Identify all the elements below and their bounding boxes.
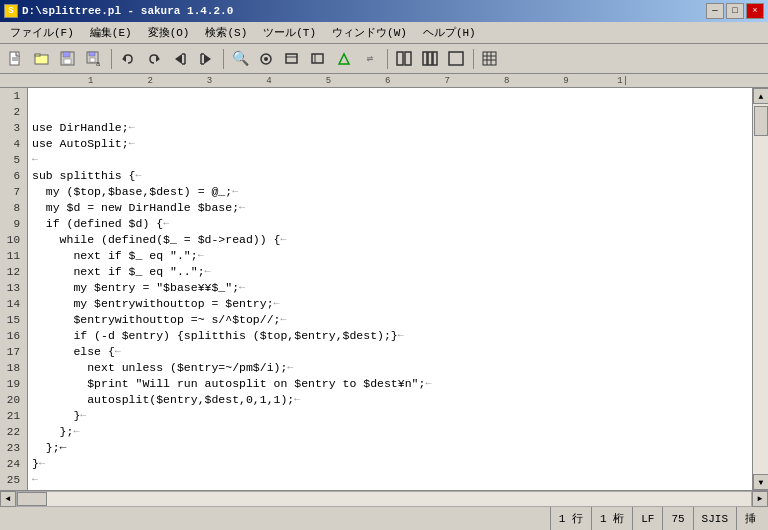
return-mark: ← xyxy=(198,248,204,264)
return-mark: ← xyxy=(32,152,38,168)
toolbar-forward-button[interactable] xyxy=(194,47,218,71)
line-number: 11 xyxy=(0,248,23,264)
scroll-left-button[interactable]: ◄ xyxy=(0,491,16,507)
menu-search[interactable]: 検索(S) xyxy=(197,23,255,43)
code-line: use AutoSplit;← xyxy=(32,136,752,152)
line-number: 23 xyxy=(0,440,23,456)
scroll-track[interactable] xyxy=(753,104,768,474)
toolbar-tool2-button[interactable] xyxy=(280,47,304,71)
code-text: if (defined $d) { xyxy=(32,216,163,232)
svg-rect-30 xyxy=(423,52,427,65)
code-text: use AutoSplit; xyxy=(32,136,129,152)
code-text: while (defined($_ = $d->read)) { xyxy=(32,232,280,248)
menu-window[interactable]: ウィンドウ(W) xyxy=(324,23,415,43)
code-line: while (defined($_ = $d->read)) {← xyxy=(32,232,752,248)
vertical-scrollbar: ▲ ▼ xyxy=(752,88,768,490)
code-line: $entrywithouttop =~ s/^$top//;← xyxy=(32,312,752,328)
code-text: else { xyxy=(32,344,115,360)
line-number: 8 xyxy=(0,200,23,216)
line-numbers: 1234567891011121314151617181920212223242… xyxy=(0,88,28,490)
svg-rect-6 xyxy=(63,52,70,57)
code-text: sub splitthis { xyxy=(32,168,136,184)
menu-file[interactable]: ファイル(F) xyxy=(2,23,82,43)
scroll-thumb[interactable] xyxy=(754,106,768,136)
app-icon: S xyxy=(4,4,18,18)
return-mark: ← xyxy=(115,344,121,360)
code-text: my $d = new DirHandle $base; xyxy=(32,200,239,216)
return-mark: ← xyxy=(239,200,245,216)
code-text: } xyxy=(32,408,80,424)
return-mark: ← xyxy=(136,168,142,184)
line-number: 12 xyxy=(0,264,23,280)
close-button[interactable]: × xyxy=(746,3,764,19)
scroll-down-button[interactable]: ▼ xyxy=(753,474,768,490)
svg-point-23 xyxy=(264,57,268,61)
scroll-right-button[interactable]: ► xyxy=(752,491,768,507)
toolbar-redo-button[interactable] xyxy=(142,47,166,71)
code-line: if (-d $entry) {splitthis ($top,$entry,$… xyxy=(32,328,752,344)
code-line: my ($top,$base,$dest) = @_;← xyxy=(32,184,752,200)
toolbar-tool3-button[interactable] xyxy=(306,47,330,71)
code-text: my ($top,$base,$dest) = @_; xyxy=(32,184,232,200)
editor-area: 1234567891011121314151617181920212223242… xyxy=(0,88,768,490)
toolbar-tool1-button[interactable] xyxy=(254,47,278,71)
status-code: 75 xyxy=(663,507,693,530)
code-text: next if $_ eq ".."; xyxy=(32,264,205,280)
return-mark: ← xyxy=(294,392,300,408)
horizontal-scrollbar: ◄ ► xyxy=(0,490,768,506)
code-text: }; xyxy=(32,424,73,440)
toolbar-back-button[interactable] xyxy=(168,47,192,71)
svg-rect-31 xyxy=(428,52,432,65)
menu-convert[interactable]: 変換(O) xyxy=(140,23,198,43)
toolbar-col1-button[interactable] xyxy=(392,47,416,71)
menu-edit[interactable]: 編集(E) xyxy=(82,23,140,43)
maximize-button[interactable]: □ xyxy=(726,3,744,19)
line-number: 5 xyxy=(0,152,23,168)
status-empty xyxy=(4,507,551,530)
line-number: 14 xyxy=(0,296,23,312)
code-text: };← xyxy=(32,440,67,456)
toolbar-sep3 xyxy=(384,47,390,71)
toolbar: a 🔍 ⇌ xyxy=(0,44,768,74)
code-line: next if $_ eq "..";← xyxy=(32,264,752,280)
svg-rect-33 xyxy=(449,52,463,65)
toolbar-sep2 xyxy=(220,47,226,71)
toolbar-col3-button[interactable] xyxy=(444,47,468,71)
line-number: 18 xyxy=(0,360,23,376)
code-line: sub splitthis {← xyxy=(32,168,752,184)
svg-marker-14 xyxy=(175,54,182,64)
code-editor[interactable]: use DirHandle;←use AutoSplit;←←sub split… xyxy=(28,88,752,490)
svg-rect-7 xyxy=(64,59,71,64)
h-scroll-track[interactable] xyxy=(16,491,752,507)
status-row: 1 行 xyxy=(551,507,592,530)
menu-help[interactable]: ヘルプ(H) xyxy=(415,23,484,43)
return-mark: ← xyxy=(280,312,286,328)
scroll-up-button[interactable]: ▲ xyxy=(753,88,768,104)
line-number: 20 xyxy=(0,392,23,408)
toolbar-undo-button[interactable] xyxy=(116,47,140,71)
menu-tools[interactable]: ツール(T) xyxy=(255,23,324,43)
minimize-button[interactable]: ─ xyxy=(706,3,724,19)
toolbar-open-button[interactable] xyxy=(30,47,54,71)
return-mark: ← xyxy=(39,456,45,472)
h-scroll-thumb[interactable] xyxy=(17,492,47,506)
toolbar-col2-button[interactable] xyxy=(418,47,442,71)
toolbar-new-button[interactable] xyxy=(4,47,28,71)
toolbar-tool4-button[interactable] xyxy=(332,47,356,71)
return-mark: ← xyxy=(80,408,86,424)
toolbar-grep-button[interactable]: 🔍 xyxy=(228,47,252,71)
code-line: };← xyxy=(32,424,752,440)
code-line: $print "Will run autosplit on $entry to … xyxy=(32,376,752,392)
toolbar-save-button[interactable] xyxy=(56,47,80,71)
code-text: } xyxy=(32,456,39,472)
code-text: use DirHandle; xyxy=(32,120,129,136)
toolbar-saveas-button[interactable]: a xyxy=(82,47,106,71)
line-number: 6 xyxy=(0,168,23,184)
return-mark: ← xyxy=(287,360,293,376)
toolbar-grid-button[interactable] xyxy=(478,47,502,71)
code-text: $print "Will run autosplit on $entry to … xyxy=(32,376,425,392)
line-number: 1 xyxy=(0,88,23,104)
return-mark: ← xyxy=(129,136,135,152)
toolbar-tool5-button[interactable]: ⇌ xyxy=(358,47,382,71)
svg-rect-10 xyxy=(90,58,95,62)
